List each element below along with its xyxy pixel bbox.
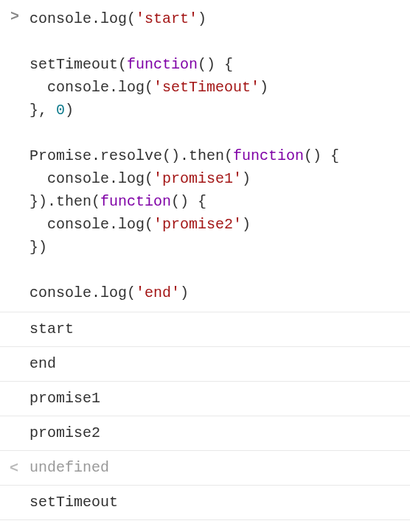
devtools-console[interactable]: > console.log('start') setTimeout(functi… [0, 0, 410, 520]
code-line-1: console.log('start') [29, 7, 403, 30]
code-line-blank [29, 30, 403, 53]
code-line-8: console.log('promise1') [29, 167, 403, 190]
code-line-7: Promise.resolve().then(function() { [29, 144, 403, 167]
console-return-line: < undefined [0, 451, 410, 486]
code-line-5: }, 0) [29, 99, 403, 122]
code-line-13: console.log('end') [29, 281, 403, 304]
console-output-line: promise1 [0, 382, 410, 416]
return-prompt-icon: < [10, 458, 18, 480]
code-line-10: console.log('promise2') [29, 213, 403, 236]
code-line-blank [29, 122, 403, 144]
code-line-9: }).then(function() { [29, 190, 403, 213]
input-prompt-icon: > [10, 8, 19, 25]
console-output-line: setTimeout [0, 486, 410, 520]
code-line-3: setTimeout(function() { [29, 53, 403, 76]
console-input-block: > console.log('start') setTimeout(functi… [0, 0, 410, 312]
code-line-blank [29, 259, 403, 281]
return-value: undefined [29, 459, 109, 476]
code-line-11: }) [29, 236, 403, 259]
console-output-line: start [0, 312, 410, 347]
code-line-4: console.log('setTimeout') [29, 76, 403, 99]
console-output-line: promise2 [0, 416, 410, 451]
console-output-line: end [0, 347, 410, 382]
